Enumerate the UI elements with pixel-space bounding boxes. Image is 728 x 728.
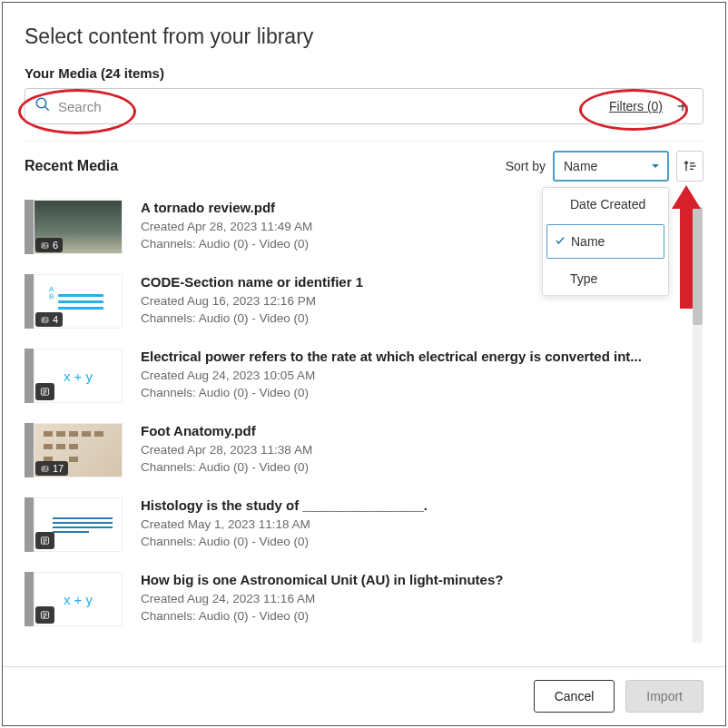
media-created: Created May 1, 2023 11:18 AM: [141, 516, 703, 534]
image-count-badge: 4: [35, 312, 63, 327]
filters-link[interactable]: Filters (0): [609, 99, 663, 113]
svg-point-0: [36, 98, 46, 108]
image-count-badge: 6: [35, 238, 63, 252]
modal-dialog: Select content from your library Your Me…: [2, 2, 726, 726]
header: Select content from your library Your Me…: [3, 3, 725, 124]
media-info: How big is one Astronomical Unit (AU) in…: [141, 572, 703, 625]
search-icon: [34, 96, 51, 116]
sort-option-name[interactable]: Name: [546, 224, 664, 259]
thumbnail: x + y: [25, 572, 123, 626]
search-bar: Filters (0): [25, 88, 703, 124]
dialog-title: Select content from your library: [25, 25, 703, 49]
footer: Cancel Import: [3, 666, 725, 725]
media-channels: Channels: Audio (0) - Video (0): [141, 310, 703, 328]
sort-by-label: Sort by: [506, 159, 546, 173]
thumbnail: [25, 497, 123, 552]
media-channels: Channels: Audio (0) - Video (0): [141, 608, 703, 625]
media-channels: Channels: Audio (0) - Video (0): [141, 459, 703, 477]
document-icon: [35, 383, 54, 400]
thumbnail: x + y: [25, 349, 123, 403]
import-button[interactable]: Import: [625, 680, 703, 713]
sort-option-type[interactable]: Type: [543, 262, 668, 295]
image-count-badge: 17: [35, 461, 68, 476]
media-info: Electrical power refers to the rate at w…: [141, 349, 703, 402]
add-filter-button[interactable]: [672, 95, 694, 117]
chevron-down-icon: [651, 159, 660, 173]
media-created: Created Aug 24, 2023 10:05 AM: [141, 368, 703, 385]
search-input[interactable]: [51, 99, 609, 114]
list-item[interactable]: 17 Foot Anatomy.pdf Created Apr 28, 2023…: [25, 416, 703, 490]
sort-direction-button[interactable]: [676, 151, 703, 182]
your-media-label: Your Media (24 items): [25, 65, 703, 81]
media-title: Histology is the study of ______________…: [141, 497, 703, 513]
recent-media-label: Recent Media: [25, 158, 118, 174]
media-info: Foot Anatomy.pdf Created Apr 28, 2023 11…: [141, 423, 703, 477]
list-item[interactable]: x + y Electrical power refers to the rat…: [25, 341, 703, 416]
thumbnail: AB 4: [25, 274, 123, 329]
sort-controls: Sort by Name Date Created Name: [506, 151, 703, 182]
media-channels: Channels: Audio (0) - Video (0): [141, 534, 703, 551]
sort-select[interactable]: Name: [553, 151, 669, 182]
list-item[interactable]: Histology is the study of ______________…: [25, 490, 703, 565]
media-title: How big is one Astronomical Unit (AU) in…: [141, 572, 703, 587]
list-item[interactable]: x + y How big is one Astronomical Unit (…: [25, 565, 703, 626]
sort-selected-value: Name: [564, 159, 597, 173]
media-title: Electrical power refers to the rate at w…: [141, 349, 703, 364]
media-created: Created Aug 24, 2023 11:16 AM: [141, 591, 703, 608]
cancel-button[interactable]: Cancel: [534, 680, 615, 713]
thumbnail: 6: [25, 200, 123, 254]
check-icon: [555, 234, 566, 249]
media-title: Foot Anatomy.pdf: [141, 423, 703, 438]
document-icon: [35, 606, 54, 624]
media-created: Created Apr 28, 2023 11:38 AM: [141, 442, 703, 459]
scrollbar-thumb[interactable]: [693, 207, 703, 325]
sort-dropdown: Date Created Name Type: [542, 187, 669, 296]
svg-line-1: [44, 106, 49, 111]
list-header: Recent Media Sort by Name Date Created: [3, 142, 725, 191]
sort-option-date-created[interactable]: Date Created: [543, 188, 668, 221]
scrollbar[interactable]: [693, 207, 703, 643]
media-info: Histology is the study of ______________…: [141, 497, 703, 551]
thumbnail: 17: [25, 423, 123, 477]
media-channels: Channels: Audio (0) - Video (0): [141, 385, 703, 402]
document-icon: [35, 532, 54, 549]
